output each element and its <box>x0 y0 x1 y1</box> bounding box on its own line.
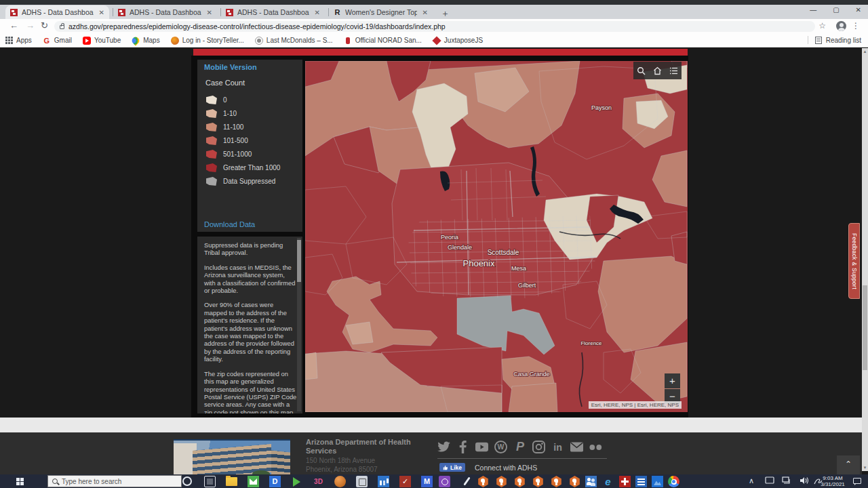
browser-tab[interactable]: ADHS - Data Dashboard✕ <box>5 5 109 19</box>
browser-menu-icon[interactable]: ⋮ <box>852 21 860 30</box>
tab-close-icon[interactable]: ✕ <box>98 9 104 16</box>
screen: { "browser": { "tabs": [ {"title": "ADHS… <box>0 0 868 488</box>
taskbar-icon-pen-app[interactable] <box>461 476 473 487</box>
home-icon[interactable] <box>653 66 662 75</box>
youtube-icon[interactable] <box>475 441 488 453</box>
tab-title: ADHS - Data Dashboard <box>22 8 94 16</box>
taskbar-icon-medical[interactable] <box>619 476 631 487</box>
taskbar-icon-task-view[interactable] <box>204 476 216 487</box>
map-city-label: Gilbert <box>518 282 536 289</box>
scrollbar-thumb[interactable] <box>863 285 867 370</box>
feedback-support-tab[interactable]: Feedback & Support <box>848 223 860 299</box>
taskbar-icon-internet-explorer[interactable]: e <box>602 476 614 487</box>
bookmark-item[interactable]: GGmail <box>43 37 72 45</box>
browser-tab[interactable]: ADHS - Data Dashboard✕ <box>113 5 217 19</box>
bookmark-item[interactable]: JuxtaposeJS <box>433 37 483 45</box>
tray-clock[interactable]: 9:03 AM3/31/2021 <box>818 475 848 487</box>
scroll-down-arrow[interactable]: ▼ <box>863 466 867 470</box>
taskbar-icon-photos[interactable] <box>652 476 663 487</box>
legend-item: 11-100 <box>206 123 243 131</box>
taskbar-icon-chrome[interactable] <box>668 476 679 487</box>
taskbar-icon-mail[interactable] <box>248 476 259 487</box>
gmail-favicon: G <box>43 37 51 45</box>
tab-close-icon[interactable]: ✕ <box>421 9 428 16</box>
social-icons: WPin <box>437 441 602 453</box>
tray-tablet-icon[interactable] <box>765 476 774 485</box>
facebook-like-button[interactable]: Like <box>439 463 465 472</box>
flickr-icon[interactable] <box>589 441 602 453</box>
minimize-button[interactable]: — <box>810 6 816 14</box>
taskbar-icon-hex-app[interactable] <box>496 476 507 487</box>
facebook-icon[interactable] <box>456 441 469 453</box>
taskbar-icon-app-m[interactable]: M <box>421 476 433 487</box>
taskbar-icon-hex-app[interactable] <box>551 476 562 487</box>
pinterest-icon[interactable]: P <box>513 441 526 453</box>
linkedin-icon[interactable]: in <box>551 441 564 453</box>
map-toolbar <box>633 62 682 79</box>
browser-tab[interactable]: ADHS - Data Dashboard✕ <box>221 5 325 19</box>
profile-avatar[interactable] <box>836 21 846 31</box>
back-button[interactable]: ← <box>9 20 18 30</box>
taskbar-icon-hex-app[interactable] <box>532 476 544 487</box>
taskbar-icon-hex-app[interactable] <box>514 476 526 487</box>
action-center-icon[interactable] <box>853 478 861 484</box>
bookmark-item[interactable]: Last McDonalds – S... <box>255 37 333 45</box>
tray-chevron-icon[interactable]: ∧ <box>749 476 754 485</box>
start-button[interactable] <box>16 478 24 485</box>
address-bar[interactable]: azdhs.gov/preparedness/epidemiology-dise… <box>54 21 815 32</box>
search-icon[interactable] <box>637 66 646 75</box>
r-favicon: R <box>334 9 341 16</box>
download-data-link[interactable]: Download Data <box>204 220 255 228</box>
choropleth-map[interactable]: PaysonPeoriaGlendaleScottsdalePhoenixMes… <box>305 61 688 412</box>
tray-volume-icon[interactable] <box>800 476 810 485</box>
bookmark-item[interactable]: Apps <box>5 37 32 44</box>
reading-list-button[interactable]: Reading list <box>808 36 861 44</box>
taskbar-icon-checker[interactable] <box>399 476 411 487</box>
close-button[interactable]: ✕ <box>856 6 861 14</box>
scroll-up-arrow[interactable]: ▲ <box>863 49 867 54</box>
browser-tab[interactable]: RWomen's Designer Tops | Blous✕ <box>329 5 433 19</box>
taskbar-icon-app-d[interactable]: D <box>269 476 281 487</box>
taskbar-icon-sphere[interactable] <box>334 476 346 487</box>
taskbar-icon-hex-app[interactable] <box>569 476 580 487</box>
tab-close-icon[interactable]: ✕ <box>205 9 212 16</box>
maximize-button[interactable]: ▢ <box>833 6 839 14</box>
taskbar-icon-stats[interactable] <box>378 476 389 487</box>
page-scrollbar[interactable]: ▲ ▼ <box>862 48 868 471</box>
legend-swatch <box>206 123 217 131</box>
taskbar-search[interactable]: Type here to search <box>47 475 182 487</box>
forward-button[interactable]: → <box>26 20 35 30</box>
bookmark-star-icon[interactable]: ☆ <box>818 21 826 30</box>
svg-text:P: P <box>515 441 524 453</box>
notes-scrollbar[interactable] <box>297 238 301 411</box>
mobile-version-link[interactable]: Mobile Version <box>204 63 257 71</box>
taskbar-icon-cortana[interactable] <box>182 476 192 486</box>
tab-close-icon[interactable]: ✕ <box>313 9 320 16</box>
instagram-icon[interactable] <box>532 441 545 453</box>
bookmark-item[interactable]: Official NORAD San... <box>344 37 422 45</box>
taskbar-icon-file-explorer[interactable] <box>226 477 237 486</box>
taskbar-icon-paint-3d[interactable]: 3D <box>313 476 324 487</box>
zoom-in-button[interactable]: + <box>665 373 680 388</box>
taskbar-icon-people[interactable] <box>585 476 597 487</box>
taskbar-icon-document[interactable] <box>635 476 647 487</box>
wordpress-icon[interactable]: W <box>494 441 507 453</box>
bookmark-item[interactable]: Maps <box>132 37 159 45</box>
legend-list-icon[interactable] <box>669 66 678 75</box>
window-titlebar <box>0 0 868 5</box>
scroll-to-top-button[interactable]: ⌃ <box>837 455 860 474</box>
bookmark-item[interactable]: YouTube <box>83 37 121 45</box>
taskbar-icon-media-player[interactable] <box>291 476 302 487</box>
footer-address-line1: 150 North 18th Avenue <box>306 457 375 464</box>
new-tab-button[interactable]: ＋ <box>441 7 450 20</box>
tray-network-icon[interactable] <box>782 476 791 485</box>
bookmark-item[interactable]: Log in - StoryTeller... <box>171 37 244 45</box>
legend-item: 501-1000 <box>206 150 252 159</box>
twitter-icon[interactable] <box>437 441 450 453</box>
email-icon[interactable] <box>570 441 583 453</box>
taskbar-icon-snip[interactable] <box>356 476 368 487</box>
taskbar-icon-clock-app[interactable] <box>439 476 450 487</box>
reload-button[interactable]: ↻ <box>41 20 48 30</box>
taskbar-icon-hex-app[interactable] <box>477 476 489 487</box>
map-city-label: Peoria <box>441 234 458 241</box>
